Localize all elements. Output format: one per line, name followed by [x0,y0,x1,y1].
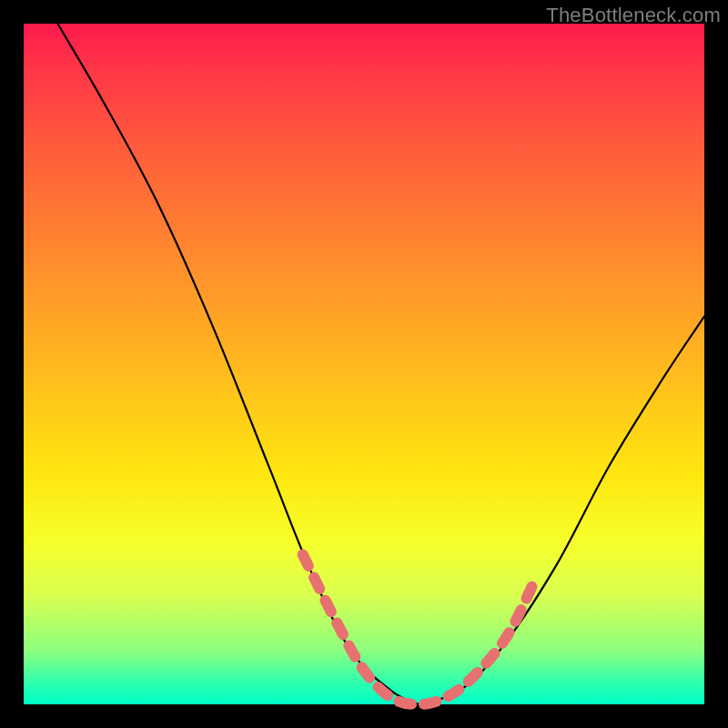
series-left-curve [57,24,418,704]
chart-svg [24,24,704,704]
series-right-curve [419,317,704,704]
watermark-text: TheBottleneck.com [546,4,721,27]
chart-plot-area [24,24,704,704]
highlight-dots [303,554,534,704]
